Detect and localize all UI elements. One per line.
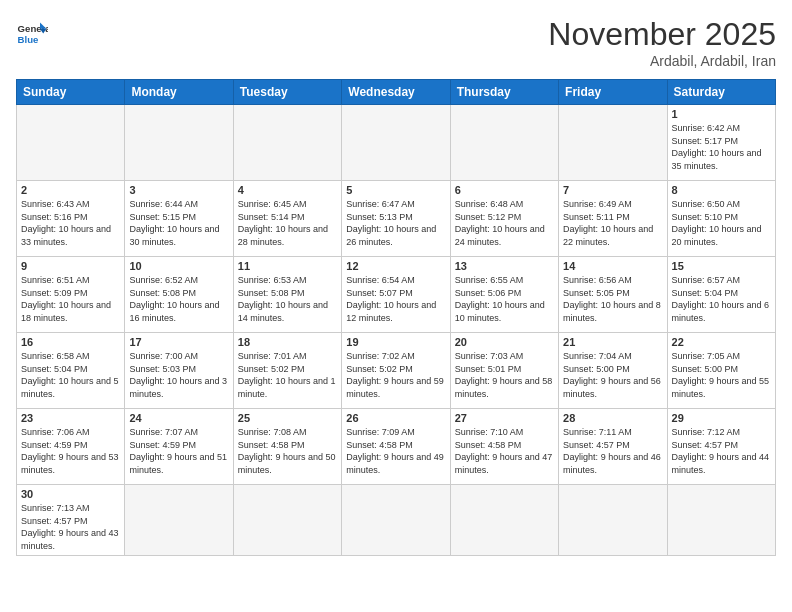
- day-30: 30 Sunrise: 7:13 AMSunset: 4:57 PMDaylig…: [17, 485, 125, 556]
- empty-cell: [233, 485, 341, 556]
- empty-cell: [125, 485, 233, 556]
- empty-cell: [125, 105, 233, 181]
- month-title: November 2025: [548, 16, 776, 53]
- day-22: 22 Sunrise: 7:05 AMSunset: 5:00 PMDaylig…: [667, 333, 775, 409]
- day-23: 23 Sunrise: 7:06 AMSunset: 4:59 PMDaylig…: [17, 409, 125, 485]
- day-3: 3 Sunrise: 6:44 AMSunset: 5:15 PMDayligh…: [125, 181, 233, 257]
- empty-cell: [450, 105, 558, 181]
- weekday-header-row: Sunday Monday Tuesday Wednesday Thursday…: [17, 80, 776, 105]
- calendar-row-5: 23 Sunrise: 7:06 AMSunset: 4:59 PMDaylig…: [17, 409, 776, 485]
- day-8: 8 Sunrise: 6:50 AMSunset: 5:10 PMDayligh…: [667, 181, 775, 257]
- day-5: 5 Sunrise: 6:47 AMSunset: 5:13 PMDayligh…: [342, 181, 450, 257]
- day-27: 27 Sunrise: 7:10 AMSunset: 4:58 PMDaylig…: [450, 409, 558, 485]
- day-13: 13 Sunrise: 6:55 AMSunset: 5:06 PMDaylig…: [450, 257, 558, 333]
- day-14: 14 Sunrise: 6:56 AMSunset: 5:05 PMDaylig…: [559, 257, 667, 333]
- header-wednesday: Wednesday: [342, 80, 450, 105]
- day-28: 28 Sunrise: 7:11 AMSunset: 4:57 PMDaylig…: [559, 409, 667, 485]
- title-block: November 2025 Ardabil, Ardabil, Iran: [548, 16, 776, 69]
- day-9: 9 Sunrise: 6:51 AMSunset: 5:09 PMDayligh…: [17, 257, 125, 333]
- day-2: 2 Sunrise: 6:43 AMSunset: 5:16 PMDayligh…: [17, 181, 125, 257]
- generalblue-logo-icon: General Blue: [16, 16, 48, 48]
- day-21: 21 Sunrise: 7:04 AMSunset: 5:00 PMDaylig…: [559, 333, 667, 409]
- empty-cell: [342, 105, 450, 181]
- header-sunday: Sunday: [17, 80, 125, 105]
- calendar-row-6: 30 Sunrise: 7:13 AMSunset: 4:57 PMDaylig…: [17, 485, 776, 556]
- subtitle: Ardabil, Ardabil, Iran: [548, 53, 776, 69]
- day-12: 12 Sunrise: 6:54 AMSunset: 5:07 PMDaylig…: [342, 257, 450, 333]
- empty-cell: [450, 485, 558, 556]
- empty-cell: [559, 105, 667, 181]
- header: General Blue November 2025 Ardabil, Arda…: [16, 16, 776, 69]
- svg-text:Blue: Blue: [18, 34, 39, 45]
- calendar-row-4: 16 Sunrise: 6:58 AMSunset: 5:04 PMDaylig…: [17, 333, 776, 409]
- day-10: 10 Sunrise: 6:52 AMSunset: 5:08 PMDaylig…: [125, 257, 233, 333]
- day-20: 20 Sunrise: 7:03 AMSunset: 5:01 PMDaylig…: [450, 333, 558, 409]
- day-11: 11 Sunrise: 6:53 AMSunset: 5:08 PMDaylig…: [233, 257, 341, 333]
- day-6: 6 Sunrise: 6:48 AMSunset: 5:12 PMDayligh…: [450, 181, 558, 257]
- empty-cell: [342, 485, 450, 556]
- day-25: 25 Sunrise: 7:08 AMSunset: 4:58 PMDaylig…: [233, 409, 341, 485]
- day-29: 29 Sunrise: 7:12 AMSunset: 4:57 PMDaylig…: [667, 409, 775, 485]
- day-16: 16 Sunrise: 6:58 AMSunset: 5:04 PMDaylig…: [17, 333, 125, 409]
- calendar-row-1: 1 Sunrise: 6:42 AM Sunset: 5:17 PM Dayli…: [17, 105, 776, 181]
- calendar: Sunday Monday Tuesday Wednesday Thursday…: [16, 79, 776, 556]
- day-4: 4 Sunrise: 6:45 AMSunset: 5:14 PMDayligh…: [233, 181, 341, 257]
- header-monday: Monday: [125, 80, 233, 105]
- empty-cell: [667, 485, 775, 556]
- day-24: 24 Sunrise: 7:07 AMSunset: 4:59 PMDaylig…: [125, 409, 233, 485]
- day-15: 15 Sunrise: 6:57 AMSunset: 5:04 PMDaylig…: [667, 257, 775, 333]
- header-thursday: Thursday: [450, 80, 558, 105]
- empty-cell: [17, 105, 125, 181]
- day-26: 26 Sunrise: 7:09 AMSunset: 4:58 PMDaylig…: [342, 409, 450, 485]
- empty-cell: [559, 485, 667, 556]
- logo: General Blue: [16, 16, 48, 48]
- header-tuesday: Tuesday: [233, 80, 341, 105]
- calendar-row-2: 2 Sunrise: 6:43 AMSunset: 5:16 PMDayligh…: [17, 181, 776, 257]
- calendar-row-3: 9 Sunrise: 6:51 AMSunset: 5:09 PMDayligh…: [17, 257, 776, 333]
- empty-cell: [233, 105, 341, 181]
- day-1: 1 Sunrise: 6:42 AM Sunset: 5:17 PM Dayli…: [667, 105, 775, 181]
- day-7: 7 Sunrise: 6:49 AMSunset: 5:11 PMDayligh…: [559, 181, 667, 257]
- page: General Blue November 2025 Ardabil, Arda…: [0, 0, 792, 612]
- day-19: 19 Sunrise: 7:02 AMSunset: 5:02 PMDaylig…: [342, 333, 450, 409]
- header-saturday: Saturday: [667, 80, 775, 105]
- day-18: 18 Sunrise: 7:01 AMSunset: 5:02 PMDaylig…: [233, 333, 341, 409]
- day-17: 17 Sunrise: 7:00 AMSunset: 5:03 PMDaylig…: [125, 333, 233, 409]
- header-friday: Friday: [559, 80, 667, 105]
